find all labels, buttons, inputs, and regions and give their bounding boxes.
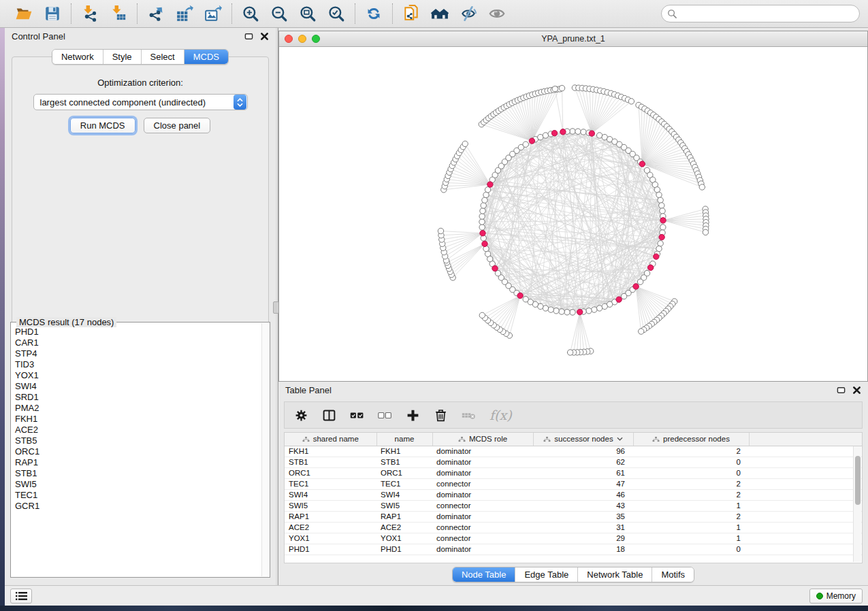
mcds-result-item[interactable]: SRD1 [14, 392, 261, 403]
table-row[interactable]: SWI4SWI4dominator462 [285, 489, 862, 500]
select-all-button[interactable] [350, 408, 364, 423]
cell-name[interactable]: SWI4 [376, 489, 432, 500]
table-row[interactable]: SWI5SWI5connector431 [285, 500, 862, 511]
table-options-button[interactable] [294, 408, 308, 423]
cell-successor_nodes[interactable]: 31 [533, 522, 633, 533]
cell-name[interactable]: PHD1 [376, 544, 432, 555]
mcds-result-item[interactable]: CAR1 [14, 337, 261, 348]
cell-mcds_role[interactable]: dominator [432, 467, 533, 478]
tab-mcds[interactable]: MCDS [184, 50, 228, 64]
zoom-in-button[interactable] [240, 3, 261, 24]
close-panel-button[interactable] [260, 32, 269, 41]
cell-name[interactable]: SWI5 [376, 500, 432, 511]
mcds-result-item[interactable]: PHD1 [14, 327, 261, 337]
open-file-button[interactable] [14, 3, 34, 24]
cell-mcds_role[interactable]: dominator [432, 544, 533, 555]
window-close-button[interactable] [285, 35, 293, 43]
mcds-result-item[interactable]: GCR1 [14, 501, 261, 512]
table-row[interactable]: FKH1FKH1dominator962 [285, 446, 862, 457]
table-row[interactable]: TEC1TEC1connector472 [285, 478, 862, 489]
first-neighbors-button[interactable] [430, 3, 450, 24]
mcds-result-item[interactable]: YOX1 [14, 370, 261, 381]
float-panel-button[interactable] [244, 32, 253, 41]
cell-predecessor_nodes[interactable]: 0 [633, 544, 749, 555]
table-scrollbar-thumb[interactable] [855, 456, 861, 505]
cell-predecessor_nodes[interactable]: 0 [633, 467, 749, 478]
mcds-result-scrollbar[interactable] [261, 323, 269, 576]
cell-shared_name[interactable]: TEC1 [285, 478, 376, 489]
window-zoom-button[interactable] [312, 35, 320, 43]
cell-predecessor_nodes[interactable]: 1 [633, 522, 749, 533]
table-tab-edge-table[interactable]: Edge Table [515, 567, 578, 582]
mcds-result-item[interactable]: TEC1 [14, 490, 261, 501]
cell-successor_nodes[interactable]: 46 [533, 489, 633, 500]
cell-predecessor_nodes[interactable]: 0 [633, 457, 749, 467]
cell-mcds_role[interactable]: connector [432, 500, 533, 511]
cell-successor_nodes[interactable]: 18 [533, 544, 633, 555]
cell-name[interactable]: TEC1 [376, 478, 432, 489]
cell-mcds_role[interactable]: connector [432, 522, 533, 533]
cell-name[interactable]: FKH1 [376, 446, 432, 457]
table-tab-node-table[interactable]: Node Table [453, 567, 516, 582]
column-header-successor-nodes[interactable]: successor nodes [533, 433, 633, 446]
cell-successor_nodes[interactable]: 61 [533, 467, 633, 478]
close-table-panel-button[interactable] [852, 386, 861, 395]
mcds-result-item[interactable]: SWI5 [14, 479, 261, 490]
cell-name[interactable]: YOX1 [376, 533, 432, 544]
cell-predecessor_nodes[interactable]: 2 [633, 478, 749, 489]
cell-shared_name[interactable]: FKH1 [285, 446, 376, 457]
mcds-result-item[interactable]: ACE2 [14, 425, 261, 435]
export-network-button[interactable] [146, 3, 166, 24]
zoom-selected-button[interactable] [326, 3, 347, 24]
optimization-criterion-select[interactable]: largest connected component (undirected) [33, 94, 248, 110]
tab-style[interactable]: Style [103, 50, 142, 64]
task-history-button[interactable] [10, 589, 32, 604]
cell-shared_name[interactable]: ORC1 [285, 467, 376, 478]
cell-predecessor_nodes[interactable]: 1 [633, 533, 749, 544]
mcds-result-item[interactable]: TID3 [14, 359, 261, 370]
cell-shared_name[interactable]: SWI4 [285, 489, 376, 500]
cell-shared_name[interactable]: RAP1 [285, 511, 376, 522]
cell-shared_name[interactable]: PHD1 [285, 544, 376, 555]
run-mcds-button[interactable]: Run MCDS [70, 118, 135, 133]
table-row[interactable]: ORC1ORC1dominator610 [285, 467, 862, 478]
network-search-box[interactable] [661, 5, 860, 22]
cell-shared_name[interactable]: STB1 [285, 457, 376, 467]
cell-name[interactable]: ACE2 [376, 522, 432, 533]
show-columns-button[interactable] [322, 408, 336, 423]
column-header-name[interactable]: name [376, 433, 432, 446]
cell-name[interactable]: RAP1 [376, 511, 432, 522]
network-window-titlebar[interactable]: YPA_prune.txt_1 [279, 31, 867, 47]
export-image-button[interactable] [203, 3, 223, 24]
cell-mcds_role[interactable]: dominator [432, 489, 533, 500]
zoom-fit-button[interactable] [298, 3, 318, 24]
cell-mcds_role[interactable]: dominator [432, 446, 533, 457]
close-panel-action-button[interactable]: Close panel [144, 118, 211, 133]
table-row[interactable]: STB1STB1dominator620 [285, 457, 862, 467]
hide-details-button[interactable] [458, 3, 479, 24]
cell-successor_nodes[interactable]: 96 [533, 446, 633, 457]
mcds-result-item[interactable]: ORC1 [14, 446, 261, 457]
column-header-shared-name[interactable]: shared name [285, 433, 376, 446]
tab-network[interactable]: Network [52, 50, 103, 64]
export-table-button[interactable] [174, 3, 195, 24]
cell-successor_nodes[interactable]: 29 [533, 533, 633, 544]
table-row[interactable]: ACE2ACE2connector311 [285, 522, 862, 533]
cell-predecessor_nodes[interactable]: 2 [633, 446, 749, 457]
mcds-result-item[interactable]: STB1 [14, 468, 261, 479]
tab-select[interactable]: Select [142, 50, 184, 64]
cell-mcds_role[interactable]: dominator [432, 511, 533, 522]
cell-predecessor_nodes[interactable]: 2 [633, 489, 749, 500]
table-tab-motifs[interactable]: Motifs [652, 567, 694, 582]
delete-column-button[interactable] [434, 408, 448, 423]
network-canvas[interactable] [279, 47, 867, 381]
refresh-button[interactable] [364, 3, 384, 24]
zoom-out-button[interactable] [269, 3, 289, 24]
mcds-result-item[interactable]: STP4 [14, 348, 261, 359]
show-details-button[interactable] [487, 3, 507, 24]
cell-mcds_role[interactable]: dominator [432, 457, 533, 467]
mcds-result-item[interactable]: RAP1 [14, 457, 261, 468]
cell-mcds_role[interactable]: connector [432, 478, 533, 489]
column-header-predecessor-nodes[interactable]: predecessor nodes [633, 433, 749, 446]
table-row[interactable]: YOX1YOX1connector291 [285, 533, 862, 544]
